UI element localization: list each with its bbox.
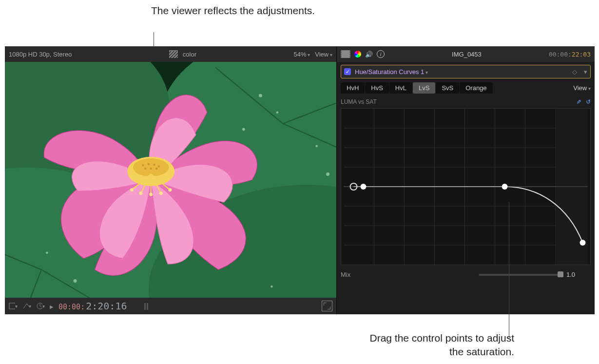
svg-point-5 <box>259 94 262 97</box>
svg-rect-35 <box>9 303 15 309</box>
tab-lvs[interactable]: LvS <box>413 82 435 94</box>
svg-point-30 <box>130 188 134 192</box>
inspector-timecode-gray: 00:00: <box>549 51 572 58</box>
zoom-menu[interactable]: 54% <box>293 51 310 58</box>
tab-hvh[interactable]: HvH <box>341 82 365 94</box>
color-inspector-icon[interactable] <box>354 51 361 57</box>
effect-enable-checkbox[interactable]: ✓ <box>344 68 351 75</box>
viewer-title: color <box>183 51 196 58</box>
curve-view-menu[interactable]: View <box>573 84 591 92</box>
svg-point-21 <box>157 165 160 168</box>
mix-slider-thumb[interactable] <box>558 271 563 277</box>
svg-point-24 <box>155 168 158 170</box>
audio-inspector-icon[interactable] <box>365 51 373 57</box>
curve-point-2[interactable] <box>502 184 508 190</box>
effect-expand[interactable] <box>581 68 587 76</box>
svg-point-23 <box>150 168 152 170</box>
effect-row[interactable]: ✓ Hue/Saturation Curves 1 ◇ <box>341 65 591 78</box>
view-menu[interactable]: View <box>315 51 332 58</box>
svg-point-6 <box>276 111 279 114</box>
mix-row: Mix 1.0 <box>341 271 591 278</box>
callout-bottom: Drag the control points to adjust the sa… <box>368 331 514 359</box>
mix-label: Mix <box>341 271 350 278</box>
inspector-top-bar: i IMG_0453 00:00:22:03 <box>337 46 595 62</box>
video-inspector-icon[interactable] <box>341 50 350 58</box>
reset-curve-icon[interactable] <box>586 98 591 105</box>
callout-bottom-pointer <box>509 202 509 339</box>
preview-illustration <box>5 62 336 298</box>
keyframe-icon[interactable]: ◇ <box>572 68 577 76</box>
inspector-timecode: 00:00:22:03 <box>549 51 591 58</box>
clip-name: IMG_0453 <box>389 51 544 58</box>
svg-point-13 <box>271 286 273 288</box>
tab-orange[interactable]: Orange <box>460 82 492 94</box>
viewer-bottom-bar: 00:00:2:20:16 <box>5 298 336 314</box>
app-window: 1080p HD 30p, Stereo color 54% View <box>5 46 595 314</box>
svg-point-32 <box>149 193 153 196</box>
frame-size-menu[interactable] <box>9 302 18 310</box>
tab-hvl[interactable]: HvL <box>389 82 412 94</box>
viewer-format: 1080p HD 30p, Stereo <box>9 51 72 58</box>
svg-point-7 <box>242 128 245 131</box>
mix-value[interactable]: 1.0 <box>566 271 591 278</box>
svg-point-31 <box>139 192 142 195</box>
svg-point-22 <box>144 168 147 170</box>
svg-rect-37 <box>144 303 146 310</box>
audio-meter-icon <box>141 301 151 311</box>
curve-svg[interactable] <box>341 109 590 265</box>
fullscreen-button[interactable] <box>322 301 332 311</box>
play-button[interactable] <box>50 303 54 310</box>
viewer-pane: 1080p HD 30p, Stereo color 54% View <box>5 46 337 314</box>
svg-point-33 <box>159 192 163 195</box>
tab-hvs[interactable]: HvS <box>365 82 389 94</box>
inspector-timecode-yellow: 22:03 <box>572 51 591 58</box>
svg-point-9 <box>326 172 329 176</box>
svg-point-8 <box>315 145 318 148</box>
svg-point-18 <box>142 164 144 167</box>
viewer-image <box>5 62 336 298</box>
curve-tabs: HvH HvS HvL LvS SvS Orange View <box>341 82 591 94</box>
curve-point-1[interactable] <box>361 184 367 190</box>
tab-svs[interactable]: SvS <box>436 82 459 94</box>
effect-name[interactable]: Hue/Saturation Curves 1 <box>355 68 428 76</box>
svg-point-20 <box>153 164 155 166</box>
viewer-toolbar: 1080p HD 30p, Stereo color 54% View <box>5 46 336 62</box>
transform-menu[interactable] <box>22 302 31 310</box>
callout-top: The viewer reflects the adjustments. <box>151 4 315 18</box>
svg-point-19 <box>148 163 150 165</box>
curve-title: LUMA vs SAT <box>341 98 377 105</box>
retime-menu[interactable] <box>36 302 45 310</box>
viewer-timecode[interactable]: 00:00:2:20:16 <box>58 300 127 312</box>
clapper-icon[interactable] <box>169 50 178 58</box>
eyedropper-icon[interactable] <box>576 98 581 105</box>
inspector-pane: i IMG_0453 00:00:22:03 ✓ Hue/Saturation … <box>337 46 595 314</box>
svg-point-10 <box>46 252 48 254</box>
curve-end-right[interactable] <box>580 240 586 246</box>
svg-rect-38 <box>147 303 148 310</box>
curve-area: LUMA vs SAT <box>341 98 591 265</box>
svg-point-34 <box>168 188 172 192</box>
mix-slider[interactable] <box>479 274 561 276</box>
timecode-main: 2:20:16 <box>86 300 127 312</box>
svg-point-11 <box>74 279 77 283</box>
info-inspector-icon[interactable]: i <box>377 50 385 58</box>
curve-grid[interactable] <box>341 108 591 265</box>
timecode-prefix: 00:00: <box>58 303 85 311</box>
